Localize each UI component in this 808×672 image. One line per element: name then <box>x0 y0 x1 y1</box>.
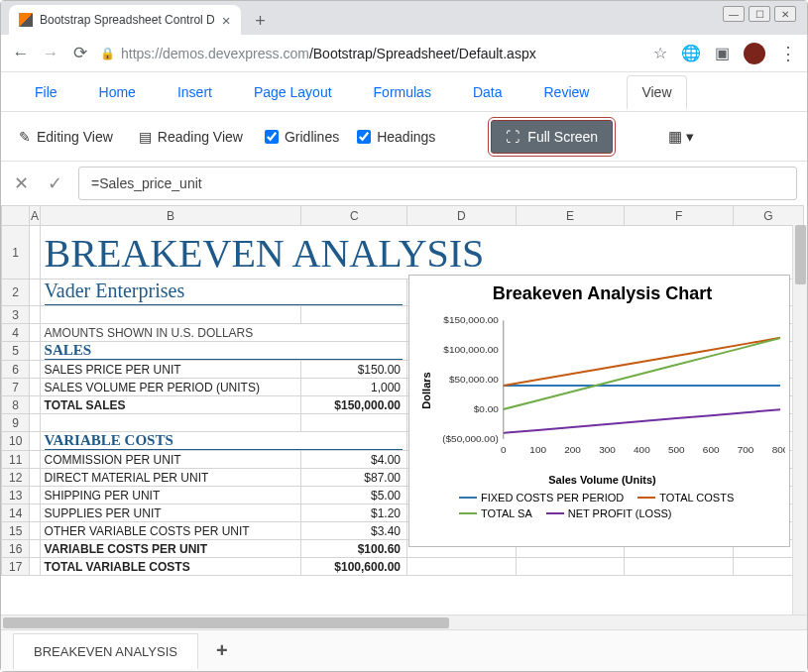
reload-button[interactable]: ⟳ <box>70 43 90 63</box>
hscroll-thumb[interactable] <box>3 617 449 628</box>
row-header-9[interactable]: 9 <box>2 414 30 432</box>
row-header-17[interactable]: 17 <box>2 558 30 576</box>
ribbon-tab-view[interactable]: View <box>627 75 686 110</box>
cell-c14[interactable]: $1.20 <box>301 504 407 522</box>
svg-text:500: 500 <box>668 444 685 455</box>
full-screen-button[interactable]: ⛶ Full Screen <box>491 120 613 154</box>
row-header-15[interactable]: 15 <box>2 522 30 540</box>
col-header-d[interactable]: D <box>407 206 517 226</box>
cell-b12[interactable]: DIRECT MATERIAL PER UNIT <box>40 469 301 487</box>
row-header-2[interactable]: 2 <box>2 280 30 306</box>
cell-c17[interactable]: $100,600.00 <box>301 558 407 576</box>
row-header-4[interactable]: 4 <box>2 324 30 342</box>
ribbon-tab-page-layout[interactable]: Page Layout <box>250 74 336 110</box>
extension-box-icon[interactable]: ▣ <box>715 44 730 62</box>
subtitle-cell[interactable]: Vader Enterprises <box>45 280 403 305</box>
star-icon[interactable]: ☆ <box>653 44 667 62</box>
col-header-f[interactable]: F <box>625 206 734 226</box>
cell-c16[interactable]: $100.60 <box>301 540 407 558</box>
cell-c7[interactable]: 1,000 <box>301 379 407 396</box>
ribbon-tab-review[interactable]: Review <box>540 74 594 110</box>
browser-menu-button[interactable]: ⋮ <box>779 43 797 64</box>
cell-b15[interactable]: OTHER VARIABLE COSTS PER UNIT <box>40 522 301 540</box>
col-header-e[interactable]: E <box>516 206 625 226</box>
row-header-12[interactable]: 12 <box>2 469 30 487</box>
cell-b6[interactable]: SALES PRICE PER UNIT <box>40 361 301 379</box>
add-sheet-button[interactable]: + <box>208 639 236 662</box>
tab-close-icon[interactable]: × <box>222 13 231 28</box>
cell-c6[interactable]: $150.00 <box>301 361 407 379</box>
row-header-11[interactable]: 11 <box>2 451 30 469</box>
svg-text:400: 400 <box>634 444 650 455</box>
cell-c11[interactable]: $4.00 <box>301 451 407 469</box>
headings-checkbox[interactable]: Headings <box>357 129 435 145</box>
ribbon-tab-formulas[interactable]: Formulas <box>370 74 435 110</box>
ribbon-tab-insert[interactable]: Insert <box>173 74 216 110</box>
cell-c15[interactable]: $3.40 <box>301 522 407 540</box>
row-header-6[interactable]: 6 <box>2 361 30 379</box>
cell-b16[interactable]: VARIABLE COSTS PER UNIT <box>40 540 301 558</box>
col-header-a[interactable]: A <box>30 206 40 226</box>
editing-view-button[interactable]: ✎ Editing View <box>15 123 117 151</box>
vscroll-thumb[interactable] <box>795 225 806 284</box>
section-variable[interactable]: VARIABLE COSTS <box>45 432 403 450</box>
ribbon-tab-data[interactable]: Data <box>469 74 507 110</box>
cell-c12[interactable]: $87.00 <box>301 469 407 487</box>
cell-c13[interactable]: $5.00 <box>301 487 407 504</box>
embedded-chart[interactable]: Breakeven Analysis Chart Dollars ($50,00… <box>408 275 790 547</box>
section-sales[interactable]: SALES <box>45 342 403 360</box>
spreadsheet-grid[interactable]: A B C D E F G 1 BREAKEVEN ANALYSIS 2 Vad… <box>1 205 807 615</box>
browser-tab[interactable]: Bootstrap Spreadsheet Control D × <box>9 5 241 35</box>
formula-cancel-button[interactable]: ✕ <box>11 172 31 194</box>
ribbon-tabs: File Home Insert Page Layout Formulas Da… <box>1 72 807 112</box>
horizontal-scrollbar[interactable] <box>1 615 807 629</box>
row-header-7[interactable]: 7 <box>2 379 30 396</box>
headings-label: Headings <box>377 129 435 145</box>
select-all-corner[interactable] <box>2 206 30 226</box>
vertical-scrollbar[interactable] <box>792 225 807 615</box>
cell-b8[interactable]: TOTAL SALES <box>40 396 301 414</box>
gridlines-checkbox[interactable]: Gridlines <box>265 129 339 145</box>
gridlines-input[interactable] <box>265 130 279 144</box>
fullscreen-icon: ⛶ <box>506 129 519 145</box>
extension-globe-icon[interactable]: 🌐 <box>681 44 701 62</box>
cell-c8[interactable]: $150,000.00 <box>301 396 407 414</box>
row-header-5[interactable]: 5 <box>2 342 30 361</box>
formula-accept-button[interactable]: ✓ <box>45 172 64 194</box>
back-button[interactable]: ← <box>11 44 31 63</box>
cell-b14[interactable]: SUPPLIES PER UNIT <box>40 504 301 522</box>
cell-b11[interactable]: COMMISSION PER UNIT <box>40 451 301 469</box>
sheet-tab-active[interactable]: BREAKEVEN ANALYSIS <box>13 633 198 669</box>
col-header-b[interactable]: B <box>40 206 301 226</box>
window-minimize-button[interactable]: — <box>723 6 745 22</box>
view-toolbar: ✎ Editing View ▤ Reading View Gridlines … <box>1 112 807 162</box>
cell-b7[interactable]: SALES VOLUME PER PERIOD (UNITS) <box>40 379 301 396</box>
formula-input[interactable] <box>78 167 797 200</box>
ribbon-tab-file[interactable]: File <box>31 74 61 110</box>
profile-avatar[interactable] <box>744 43 765 64</box>
headings-input[interactable] <box>357 130 371 144</box>
row-header-14[interactable]: 14 <box>2 504 30 522</box>
row-header-8[interactable]: 8 <box>2 396 30 414</box>
reading-view-button[interactable]: ▤ Reading View <box>135 123 247 151</box>
url-field[interactable]: 🔒 https://demos.devexpress.com/Bootstrap… <box>100 46 643 61</box>
row-header-3[interactable]: 3 <box>2 306 30 324</box>
row-header-10[interactable]: 10 <box>2 432 30 451</box>
row-header-1[interactable]: 1 <box>2 226 30 280</box>
view-grid-dropdown[interactable]: ▦ ▾ <box>668 128 694 146</box>
new-tab-button[interactable]: + <box>247 7 275 35</box>
row-header-13[interactable]: 13 <box>2 487 30 504</box>
title-cell[interactable]: BREAKEVEN ANALYSIS <box>45 226 799 279</box>
svg-text:800: 800 <box>772 444 785 455</box>
note-cell[interactable]: AMOUNTS SHOWN IN U.S. DOLLARS <box>40 324 406 342</box>
col-header-g[interactable]: G <box>733 206 803 226</box>
col-header-c[interactable]: C <box>301 206 407 226</box>
svg-text:($50,000.00): ($50,000.00) <box>442 433 499 444</box>
window-close-button[interactable]: ✕ <box>774 6 796 22</box>
cell-b17[interactable]: TOTAL VARIABLE COSTS <box>40 558 301 576</box>
ribbon-tab-home[interactable]: Home <box>95 74 140 110</box>
chart-title: Breakeven Analysis Chart <box>419 283 785 304</box>
cell-b13[interactable]: SHIPPING PER UNIT <box>40 487 301 504</box>
row-header-16[interactable]: 16 <box>2 540 30 558</box>
window-maximize-button[interactable]: ☐ <box>749 6 770 22</box>
